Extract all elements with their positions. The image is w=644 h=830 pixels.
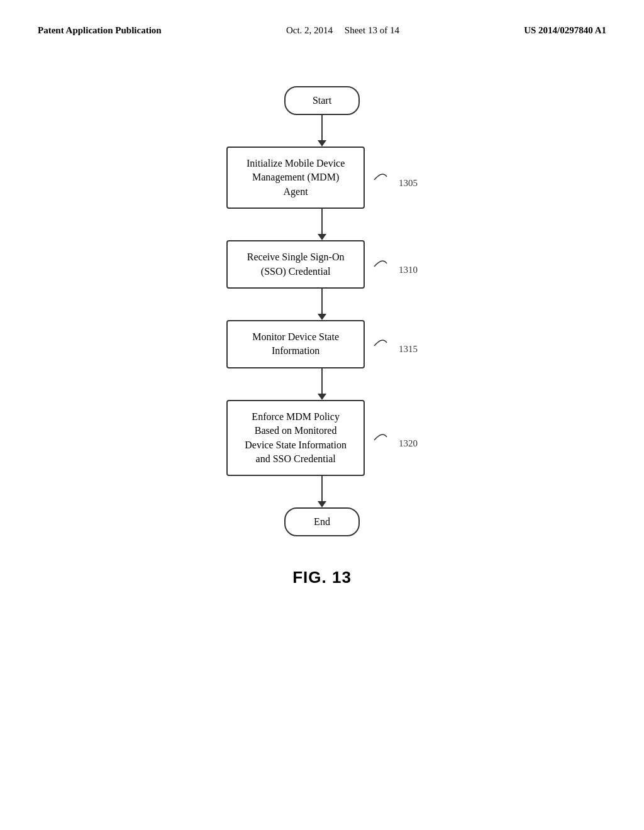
start-node: Start	[284, 86, 360, 115]
box-1320-text: Enforce MDM PolicyBased on MonitoredDevi…	[245, 411, 347, 464]
arrow-head-1	[318, 140, 326, 147]
start-label: Start	[313, 95, 331, 106]
header-date: Oct. 2, 2014	[286, 25, 333, 35]
header-left: Patent Application Publication	[38, 25, 162, 36]
header-center: Oct. 2, 2014 Sheet 13 of 14	[286, 25, 399, 36]
end-node: End	[284, 507, 360, 536]
arrow-4	[318, 368, 326, 400]
node-row-1320: Enforce MDM PolicyBased on MonitoredDevi…	[226, 400, 418, 477]
arrow-line-2	[321, 209, 323, 234]
arrow-down-2	[318, 209, 326, 240]
arrow-head-2	[318, 234, 326, 240]
arrow-2	[318, 209, 326, 240]
node-row-1305: Initialize Mobile DeviceManagement (MDM)…	[226, 147, 418, 209]
figure-label: FIG. 13	[292, 568, 352, 587]
box-1310: Receive Single Sign-On(SSO) Credential	[226, 240, 365, 289]
box-1305-text: Initialize Mobile DeviceManagement (MDM)…	[247, 158, 345, 197]
arrow-head-5	[318, 501, 326, 507]
arrow-line-4	[321, 368, 323, 394]
arrow-line-5	[321, 476, 323, 501]
arrow-down-3	[318, 289, 326, 320]
arrow-head-4	[318, 394, 326, 400]
arrow-line-3	[321, 289, 323, 314]
arrow-line-1	[321, 115, 323, 140]
end-shape: End	[284, 507, 360, 536]
node-row-1310: Receive Single Sign-On(SSO) Credential 1…	[226, 240, 418, 289]
header-right: US 2014/0297840 A1	[524, 25, 606, 36]
flowchart-diagram: Start Initialize Mobile DeviceManagement…	[0, 86, 644, 587]
box-1315-text: Monitor Device StateInformation	[252, 331, 339, 356]
ref-1320: 1320	[371, 428, 418, 449]
start-shape: Start	[284, 86, 360, 115]
arrow-3	[318, 289, 326, 320]
box-1310-text: Receive Single Sign-On(SSO) Credential	[247, 252, 345, 276]
arrow-5	[318, 476, 326, 507]
ref-1315: 1315	[371, 333, 418, 355]
header-sheet: Sheet 13 of 14	[345, 25, 399, 35]
ref-1305: 1305	[371, 167, 418, 189]
arrow-down-5	[318, 476, 326, 507]
arrow-down-1	[318, 115, 326, 147]
page-header: Patent Application Publication Oct. 2, 2…	[0, 0, 644, 36]
arrow-1	[318, 115, 326, 147]
box-1315: Monitor Device StateInformation	[226, 320, 365, 368]
arrow-head-3	[318, 314, 326, 320]
node-row-1315: Monitor Device StateInformation 1315	[226, 320, 418, 368]
box-1320: Enforce MDM PolicyBased on MonitoredDevi…	[226, 400, 365, 477]
end-label: End	[314, 516, 330, 527]
box-1305: Initialize Mobile DeviceManagement (MDM)…	[226, 147, 365, 209]
arrow-down-4	[318, 368, 326, 400]
ref-1310: 1310	[371, 254, 418, 275]
